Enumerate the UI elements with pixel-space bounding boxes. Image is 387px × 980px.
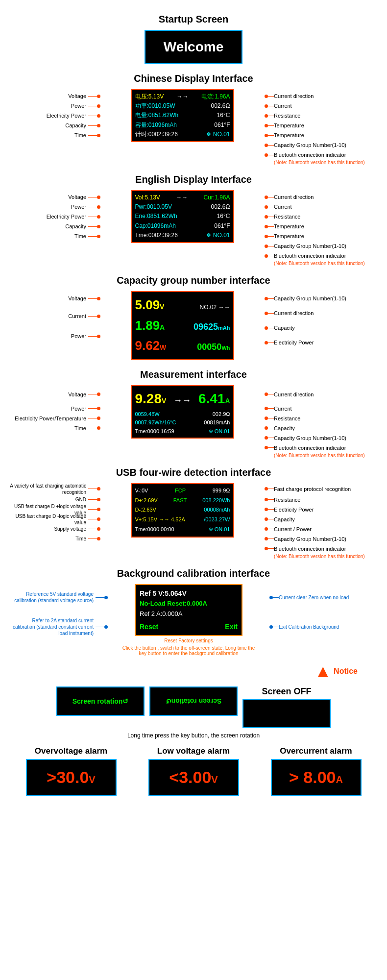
cn-bt-note: (Note: Bluetooth version has this functi… — [265, 160, 377, 165]
cal-left-labels: Reference 5V standard voltage calibratio… — [10, 584, 108, 640]
meas-row4: Tme:0000:16:59 ❄ ON.01 — [135, 427, 230, 436]
cap-row1: 5.09V NO.02 →→ — [135, 295, 230, 316]
startup-section: Startup Screen Welcome — [0, 14, 387, 64]
cap-screen: 5.09V NO.02 →→ 1.89A 09625mAh 9.62W 0005… — [100, 291, 265, 360]
welcome-container: Welcome — [0, 30, 387, 64]
label-elec-cn: Electricity Power — [10, 111, 100, 121]
lowvoltage-title: Low voltage alarm — [148, 746, 239, 756]
overcurrent-title: Overcurrent alarm — [271, 746, 362, 756]
cn-row3: 电量:0851.62Wh 16°C — [135, 111, 230, 120]
rotation-flipped: Screen rotation↺ — [149, 686, 238, 716]
meas-row2: 0059.48W 002.9Ω — [135, 410, 230, 419]
usb-row5: Tme:0000:00:00 ❄ ON.01 — [135, 525, 230, 535]
en-row5: Tme:0002:39:26 ❄ NO.01 — [135, 231, 230, 240]
english-lcd: Vol:5.13V →→ Cur:1.96A Pwr:0010.05V 002.… — [131, 190, 234, 243]
rotation-text-flipped: Screen rotation↺ — [166, 697, 222, 705]
lowvoltage-screen: <3.00V — [148, 759, 239, 796]
overcurrent-alarm: Overcurrent alarm > 8.00A — [271, 746, 362, 796]
meas-lcd: 9.28V →→ 6.41A 0059.48W 002.9Ω 0007.92Wh… — [131, 385, 234, 439]
chinese-left-labels: Voltage Power Electricity Power Capacity… — [10, 89, 100, 140]
rlabel-curdir-cn: Current direction — [265, 91, 377, 101]
en-bt-note: (Note: Bluetooth version has this functi… — [265, 261, 377, 266]
overcurrent-value: > 8.00A — [289, 768, 343, 787]
english-display-section: English Display Interface Voltage Power … — [0, 174, 387, 266]
usb-row3: D-:2.63V 00008mAh — [135, 505, 230, 515]
cap-left-labels: Voltage Current Power — [10, 291, 100, 346]
en-row3: Ene:0851.62Wh 16°C — [135, 212, 230, 221]
cap-right-labels: Capacity Group Number(1-10) Current dire… — [265, 291, 377, 350]
rlabel-cur-en: Current — [265, 202, 377, 212]
rlabel-capgrp-en: Capacity Group Number(1-10) — [265, 241, 377, 251]
cal-exit-btn[interactable]: Exit — [225, 621, 238, 632]
usb-screen: V-:0V FCP 999.9Ω D+:2.69V FAST 008.220Wh… — [100, 483, 265, 538]
welcome-text: Welcome — [164, 39, 223, 55]
usb-row4: V+:5.15V →→ 4.52A /0023.27W — [135, 515, 230, 525]
notice-text: Notice — [334, 667, 358, 676]
chinese-screen: 电压:5.13V →→ 电流:1.96A 功率:0010.05W 002.6Ω … — [100, 89, 265, 142]
rotation-screen-normal: Screen rotation↺ — [56, 686, 145, 716]
overvoltage-title: Overvoltage alarm — [26, 746, 117, 756]
reset-note: Reset Factory settings — [164, 638, 213, 643]
rlabel-capgrp-cn: Capacity Group Number(1-10) — [265, 140, 377, 150]
rlabel-res-en: Resistance — [265, 212, 377, 221]
rlabel-temp1-en: Temperature — [265, 221, 377, 231]
usb-title: USB four-wire detection interface — [0, 467, 387, 478]
cal-bottom-note: Click the button , switch to the off-scr… — [120, 645, 257, 656]
overvoltage-screen: >30.0V — [26, 759, 117, 796]
label-cap-cn: Capacity — [10, 121, 100, 130]
capacity-group-title: Capacity group number interface — [0, 275, 387, 286]
cal-line3: Ref 2 A:0.000A — [140, 609, 238, 619]
calibration-section: Background calibration interface Referen… — [0, 568, 387, 656]
welcome-screen: Welcome — [145, 30, 242, 64]
cal-lcd: Ref 5 V:5.064V No-Load Reset:0.000A Ref … — [135, 584, 242, 636]
usb-row1: V-:0V FCP 999.9Ω — [135, 486, 230, 496]
label-time-cn: Time — [10, 130, 100, 140]
en-row1: Vol:5.13V →→ Cur:1.96A — [135, 193, 230, 202]
rotation-normal: Screen rotation↺ — [56, 686, 145, 716]
cn-row4: 容量:01096mAh 061°F — [135, 121, 230, 130]
rlabel-cur-cn: Current — [265, 101, 377, 111]
en-row2: Pwr:0010.05V 002.6Ω — [135, 202, 230, 212]
chinese-display-title: Chinese Display Interface — [0, 73, 387, 84]
screen-off-item: Screen OFF — [242, 686, 331, 728]
meas-screen: 9.28V →→ 6.41A 0059.48W 002.9Ω 0007.92Wh… — [100, 385, 265, 439]
measurement-section: Measurement interface Voltage Power Elec… — [0, 369, 387, 458]
capacity-group-section: Capacity group number interface Voltage … — [0, 275, 387, 360]
screen-off-display — [242, 699, 331, 728]
usb-bt-note: (Note: Bluetooth version has this functi… — [265, 554, 377, 559]
chinese-right-labels: Current direction Current Resistance Tem… — [265, 89, 377, 165]
english-screen: Vol:5.13V →→ Cur:1.96A Pwr:0010.05V 002.… — [100, 190, 265, 243]
english-left-labels: Voltage Power Electricity Power Capacity… — [10, 190, 100, 241]
cal-line1: Ref 5 V:5.064V — [140, 588, 238, 599]
cn-row5: 计时:0002:39:26 ❄ NO.01 — [135, 130, 230, 139]
notice-section: ▲ Notice — [0, 661, 358, 682]
rlabel-bt-en: Bluetooth connection indicator — [265, 251, 377, 261]
notice-arrow-icon: ▲ — [314, 661, 332, 682]
chinese-display-section: Chinese Display Interface Voltage Power … — [0, 73, 387, 165]
meas-right-labels: Current direction Current Resistance Cap… — [265, 385, 377, 458]
usb-right-labels: Fast charge protocol recognition Resista… — [265, 483, 377, 559]
rlabel-bt-cn: Bluetooth connection indicator — [265, 150, 377, 160]
lowvoltage-value: <3.00V — [169, 768, 218, 787]
label-cap-en: Capacity — [10, 221, 100, 231]
alarms-section: Overvoltage alarm >30.0V Low voltage ala… — [10, 746, 377, 796]
cn-row1: 电压:5.13V →→ 电流:1.96A — [135, 92, 230, 101]
overcurrent-screen: > 8.00A — [271, 759, 362, 796]
meas-bt-note: (Note: Bluetooth version has this functi… — [265, 453, 377, 458]
overvoltage-value: >30.0V — [47, 768, 95, 787]
meas-row3: 0007.92Wh/16°C 00819mAh — [135, 418, 230, 427]
cap-row3: 9.62W 00050Wh — [135, 336, 230, 356]
label-power-cn: Power — [10, 101, 100, 111]
usb-fourwire-section: USB four-wire detection interface A vari… — [0, 467, 387, 559]
chinese-lcd: 电压:5.13V →→ 电流:1.96A 功率:0010.05W 002.6Ω … — [131, 89, 234, 142]
meas-row1: 9.28V →→ 6.41A — [135, 388, 230, 410]
usb-row2: D+:2.69V FAST 008.220Wh — [135, 496, 230, 506]
english-right-labels: Current direction Current Resistance Tem… — [265, 190, 377, 266]
rlabel-curdir-en: Current direction — [265, 192, 377, 202]
rlabel-temp2-cn: Temperature — [265, 130, 377, 140]
startup-title: Startup Screen — [0, 14, 387, 25]
cal-reset-btn[interactable]: Reset — [140, 621, 158, 632]
cal-title: Background calibration interface — [0, 568, 387, 579]
screen-off-title: Screen OFF — [242, 686, 331, 697]
overvoltage-alarm: Overvoltage alarm >30.0V — [26, 746, 117, 796]
